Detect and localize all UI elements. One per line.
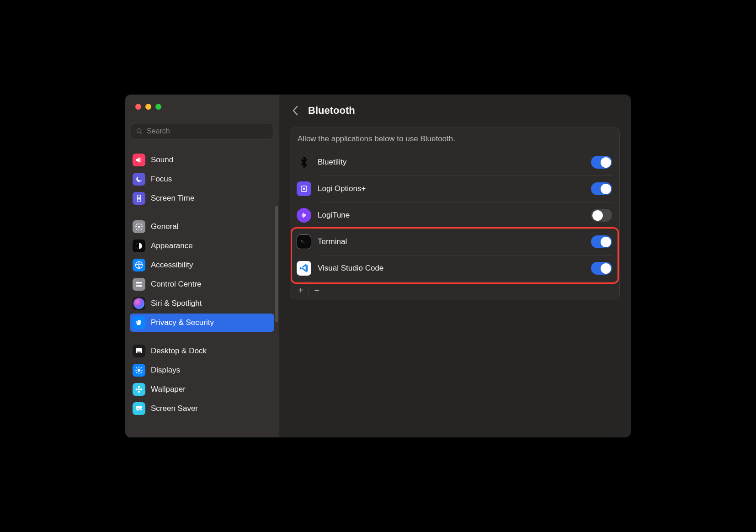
app-label: Terminal: [318, 237, 585, 246]
svg-point-16: [136, 388, 138, 391]
svg-point-0: [137, 129, 141, 133]
accessibility-icon: [133, 259, 145, 271]
content-header: Bluetooth: [279, 95, 631, 123]
remove-app-button[interactable]: −: [309, 282, 325, 299]
sidebar: SoundFocusScreen TimeGeneralAppearanceAc…: [125, 95, 279, 437]
logitune-app-icon: [297, 208, 311, 223]
vscode-app-icon: [297, 261, 311, 276]
sidebar-item-label: Sound: [151, 155, 173, 165]
sidebar-item-label: Accessibility: [151, 261, 193, 270]
content-pane: Bluetooth Allow the applications below t…: [279, 95, 631, 437]
svg-point-13: [138, 388, 140, 391]
hourglass-icon: [133, 192, 145, 205]
sidebar-item-label: Desktop & Dock: [151, 346, 207, 356]
sidebar-item-label: Screen Saver: [151, 404, 198, 413]
gear-icon: [133, 220, 145, 233]
sun-icon: [133, 364, 145, 377]
page-title: Bluetooth: [308, 105, 355, 117]
svg-point-9: [136, 285, 138, 287]
panel-description: Allow the applications below to use Blue…: [290, 128, 619, 149]
moon-icon: [133, 173, 145, 186]
chevron-left-icon: [292, 106, 298, 116]
bluetility-app-icon: [297, 155, 311, 170]
screensaver-icon: [133, 402, 145, 415]
search-icon: [136, 128, 143, 135]
terminal-app-icon: >_: [297, 234, 311, 249]
flower-icon: [133, 383, 145, 396]
hand-icon: [133, 316, 145, 329]
sidebar-item-label: Appearance: [151, 241, 193, 250]
panel-footer: + −: [290, 282, 619, 299]
system-settings-window: SoundFocusScreen TimeGeneralAppearanceAc…: [125, 95, 631, 437]
app-label: LogiTune: [318, 211, 585, 220]
sidebar-item-appearance[interactable]: Appearance: [130, 237, 274, 255]
back-button[interactable]: [290, 105, 301, 116]
sidebar-item-label: Wallpaper: [151, 385, 186, 394]
svg-point-5: [138, 263, 140, 264]
svg-rect-11: [137, 352, 141, 353]
logi-options-app-icon: [297, 181, 311, 196]
svg-point-20: [303, 188, 305, 190]
sidebar-item-label: Screen Time: [151, 194, 194, 203]
app-row-terminal: >_Terminal: [290, 229, 619, 255]
toggle-logitune[interactable]: [591, 209, 612, 222]
siri-icon: [133, 297, 145, 310]
sidebar-item-label: Displays: [151, 366, 180, 375]
app-label: Visual Studio Code: [318, 264, 585, 273]
close-window-button[interactable]: [135, 104, 141, 110]
app-label: Logi Options+: [318, 184, 585, 193]
svg-point-12: [138, 369, 140, 372]
sidebar-item-privacy[interactable]: Privacy & Security: [130, 314, 274, 332]
fullscreen-window-button[interactable]: [155, 104, 161, 110]
toggle-logi-options[interactable]: [591, 182, 612, 195]
sidebar-item-general[interactable]: General: [130, 218, 274, 236]
app-row-bluetility: Bluetility: [290, 149, 619, 176]
svg-point-17: [140, 388, 143, 391]
toggle-bluetility[interactable]: [591, 156, 612, 169]
svg-point-2: [138, 226, 140, 228]
app-row-logitune: LogiTune: [290, 202, 619, 229]
sidebar-item-displays[interactable]: Displays: [130, 361, 274, 379]
window-controls: [125, 95, 279, 117]
svg-point-15: [138, 391, 140, 393]
dock-icon: [133, 345, 145, 357]
sidebar-item-label: Privacy & Security: [151, 318, 214, 327]
sidebar-item-wallpaper[interactable]: Wallpaper: [130, 380, 274, 399]
app-label: Bluetility: [318, 158, 585, 167]
svg-text:>_: >_: [301, 239, 305, 243]
svg-rect-6: [136, 282, 140, 284]
svg-rect-8: [138, 285, 142, 287]
svg-line-1: [140, 132, 142, 133]
sidebar-item-label: Control Centre: [151, 280, 202, 289]
search-field[interactable]: [131, 123, 273, 139]
toggle-vscode[interactable]: [591, 262, 612, 275]
add-app-button[interactable]: +: [293, 282, 309, 299]
app-row-logi-options: Logi Options+: [290, 176, 619, 202]
app-row-vscode: Visual Studio Code: [290, 255, 619, 282]
sidebar-item-sound[interactable]: Sound: [130, 151, 274, 169]
svg-point-7: [140, 282, 142, 284]
sidebar-item-screen-saver[interactable]: Screen Saver: [130, 399, 274, 418]
sidebar-item-desktop-dock[interactable]: Desktop & Dock: [130, 342, 274, 360]
svg-point-14: [138, 386, 140, 388]
sidebar-scrollbar[interactable]: [275, 206, 278, 322]
minimize-window-button[interactable]: [145, 104, 151, 110]
speaker-icon: [133, 154, 145, 166]
sidebar-item-control-centre[interactable]: Control Centre: [130, 275, 274, 293]
toggle-terminal[interactable]: [591, 235, 612, 248]
sidebar-item-screen-time[interactable]: Screen Time: [130, 189, 274, 207]
search-input[interactable]: [147, 127, 268, 135]
sidebar-item-siri[interactable]: Siri & Spotlight: [130, 294, 274, 313]
sidebar-item-label: General: [151, 222, 178, 231]
sidebar-item-label: Focus: [151, 175, 172, 184]
sidebar-divider: [125, 147, 279, 147]
switches-icon: [133, 278, 145, 291]
sidebar-item-accessibility[interactable]: Accessibility: [130, 256, 274, 274]
bluetooth-apps-panel: Allow the applications below to use Blue…: [290, 128, 620, 299]
appearance-icon: [133, 239, 145, 252]
sidebar-item-label: Siri & Spotlight: [151, 299, 202, 308]
sidebar-nav: SoundFocusScreen TimeGeneralAppearanceAc…: [125, 149, 279, 420]
sidebar-item-focus[interactable]: Focus: [130, 170, 274, 188]
